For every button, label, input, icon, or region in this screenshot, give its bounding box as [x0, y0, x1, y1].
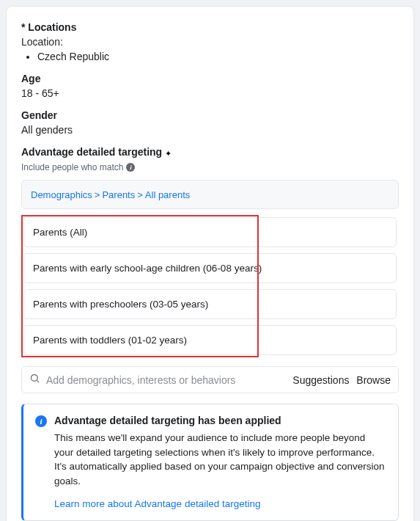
targeting-label: Advantage detailed targeting	[21, 146, 162, 158]
suggestions-button[interactable]: Suggestions	[292, 374, 349, 386]
notice-title: Advantage detailed targeting has been ap…	[54, 415, 386, 426]
breadcrumb-demographics[interactable]: Demographics	[31, 189, 92, 200]
notice-text: This means we'll expand your audience to…	[54, 431, 386, 488]
age-section: Age 18 - 65+	[21, 73, 399, 99]
location-list: Czech Republic	[21, 51, 399, 62]
targeting-section: Advantage detailed targeting ✦ Include p…	[21, 146, 399, 521]
browse-button[interactable]: Browse	[356, 374, 391, 386]
learn-more-link[interactable]: Learn more about Advantage detailed targ…	[54, 498, 260, 509]
breadcrumb: Demographics>Parents>All parents	[21, 180, 399, 209]
location-item: Czech Republic	[37, 51, 399, 62]
list-item[interactable]: Parents (All)	[23, 217, 397, 247]
search-row: Add demographics, interests or behaviors…	[21, 366, 399, 393]
notice-box: i Advantage detailed targeting has been …	[21, 404, 399, 521]
targeting-sublabel: Include people who match	[21, 162, 123, 172]
info-icon: i	[35, 415, 47, 427]
sparkle-icon: ✦	[165, 150, 172, 158]
search-input[interactable]: Add demographics, interests or behaviors	[46, 374, 235, 386]
gender-label: Gender	[21, 109, 399, 121]
locations-section: * Locations Location: Czech Republic	[21, 21, 399, 62]
targeting-card: * Locations Location: Czech Republic Age…	[6, 6, 414, 521]
gender-section: Gender All genders	[21, 109, 399, 136]
list-item[interactable]: Parents with toddlers (01-02 years)	[23, 325, 397, 355]
gender-value: All genders	[21, 124, 399, 136]
search-icon	[29, 373, 40, 387]
age-label: Age	[21, 73, 399, 84]
breadcrumb-all-parents[interactable]: All parents	[145, 189, 190, 200]
list-item[interactable]: Parents with early school-age children (…	[23, 253, 397, 283]
highlighted-options: Parents (All) Parents with early school-…	[21, 215, 399, 357]
age-value: 18 - 65+	[21, 87, 399, 99]
list-item[interactable]: Parents with preschoolers (03-05 years)	[23, 289, 397, 319]
locations-label: * Locations	[21, 21, 399, 33]
breadcrumb-parents[interactable]: Parents	[102, 189, 135, 200]
svg-line-1	[37, 380, 39, 382]
location-sublabel: Location:	[21, 36, 399, 48]
info-icon[interactable]: i	[126, 163, 135, 172]
svg-point-0	[32, 375, 38, 382]
